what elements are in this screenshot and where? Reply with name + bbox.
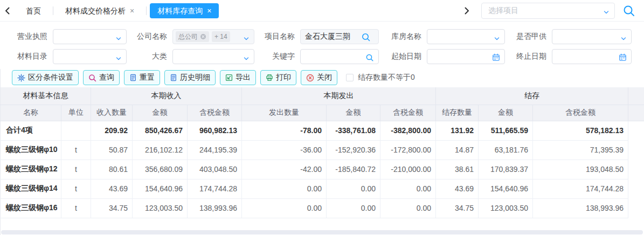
value-cell: 123,003.50 [133,198,188,218]
value-cell: 0.00 [242,198,327,218]
tab-label: 材料成交价格分析 [65,6,126,15]
keyword-search-icon[interactable] [365,53,374,64]
clear-icon[interactable] [341,34,348,41]
start-date-input[interactable] [427,49,505,64]
company-name-multiselect[interactable]: 总公司 + 14 [172,29,254,44]
material-catalog-select[interactable] [53,49,127,64]
table-column-header-row: 名称 单位 收入数量 金额 含税金额 发出数量 金额 含税金额 结存数量 金额 … [1,105,644,121]
tag-remove-icon[interactable] [200,33,206,40]
chevron-down-icon [603,8,610,18]
value-cell: -152,920.36 [327,140,380,160]
chevron-down-icon [115,34,122,44]
tab-material-inventory-query-active[interactable]: 材料库存查询× [150,3,219,18]
close-button[interactable]: 关闭 [301,70,337,85]
filler-cell [628,87,644,105]
keyword-label: 关键字 [264,52,295,61]
tab-label: 首页 [26,6,41,15]
value-cell: 154,640.96 [133,179,188,198]
tab-home[interactable]: 首页 [14,0,53,22]
history-detail-button[interactable]: 历史明细 [164,70,216,85]
value-cell: 43.69 [436,179,479,198]
value-cell: 80.61 [91,160,133,179]
tabs-scroll-right-button[interactable] [460,0,474,22]
tab-separator [146,6,147,15]
inventory-table: 材料基本信息 本期收入 本期发出 结存 名称 单位 收入数量 金额 含税金额 发… [0,87,644,218]
major-category-select[interactable] [172,49,254,64]
company-tag: 总公司 [176,31,209,42]
warehouse-name-label: 库房名称 [390,32,421,42]
material-name-cell: 螺纹三级钢φ14 [1,179,61,198]
document-icon [129,74,137,81]
material-name-cell: 螺纹三级钢φ10 [1,140,61,160]
value-cell: 960,982.13 [188,121,242,140]
value-cell: -185,840.72 [327,160,380,179]
table-row[interactable]: 螺纹三级钢φ14t43.69154,640.96174,744.280.000.… [1,179,644,198]
tabs-scroll-left-button[interactable] [0,0,14,22]
owner-supply-label: 是否甲供 [515,32,546,42]
value-cell: 123,003.50 [479,198,533,218]
export-button[interactable]: 导出 [220,70,256,85]
filler-cell [628,140,644,160]
button-label: 关闭 [317,73,332,82]
search-icon [622,4,635,17]
table-row[interactable]: 螺纹三级钢φ12t80.61356,680.09403,048.50-42.00… [1,160,644,179]
column-header-issue-tax-amount: 含税金额 [380,105,436,121]
column-header-issue-qty: 发出数量 [242,105,327,121]
tab-close-icon[interactable]: × [130,6,134,15]
column-header-issue-amount: 金额 [327,105,380,121]
value-cell [61,121,91,140]
project-select-placeholder: 选择项目 [488,6,518,16]
project-search-icon[interactable] [361,32,371,42]
reset-button[interactable]: 重置 [124,70,160,85]
value-cell: 0.00 [242,179,327,198]
action-toolbar: 区分条件设置 查询 重置 历史明细 导出 打印 关闭 结存数量不等于0 [12,70,415,85]
tab-bar: 首页 材料成交价格分析× 材料库存查询× 选择项目 [0,0,644,22]
chevron-down-icon [620,34,627,44]
company-tag-more: + 14 [212,31,230,42]
print-button[interactable]: 打印 [260,70,296,85]
end-date-label: 终止日期 [515,52,546,61]
horizontal-scrollbar[interactable] [1,230,643,234]
query-button[interactable]: 查询 [83,70,120,85]
value-cell: 63,181.76 [479,140,533,160]
value-cell: -382,800.00 [380,121,436,140]
start-date-label: 起始日期 [390,52,421,61]
table-row[interactable]: 螺纹三级钢φ16t34.75123,003.50138,993.960.000.… [1,198,644,218]
value-cell: -338,761.08 [327,121,380,140]
value-cell: t [61,198,91,218]
export-icon [225,74,233,81]
tab-label: 材料库存查询 [157,6,203,15]
table-row[interactable]: 螺纹三级钢φ10t50.87216,102.12244,195.39-36.00… [1,140,644,160]
value-cell: 154,640.96 [479,179,533,198]
keyword-input[interactable] [300,49,379,64]
value-cell: 0.00 [327,198,380,218]
button-label: 导出 [236,73,251,82]
value-cell: t [61,160,91,179]
group-header-period-issue: 本期发出 [242,87,436,105]
end-date-input[interactable] [552,49,632,64]
button-label: 历史明细 [180,73,210,82]
button-label: 查询 [99,73,114,82]
project-name-field[interactable]: 金石大厦三期 [300,29,379,44]
business-license-select[interactable] [53,29,127,44]
button-label: 区分条件设置 [28,73,73,82]
value-cell: 356,680.09 [133,160,188,179]
value-cell: -36.00 [242,140,327,160]
checkbox-icon[interactable] [346,74,354,81]
warehouse-name-select[interactable] [427,29,505,44]
project-select[interactable]: 选择项目 [481,3,615,19]
table-row[interactable]: 合计4项209.92850,426.67960,982.13-78.00-338… [1,121,644,140]
material-name-cell: 螺纹三级钢φ12 [1,160,61,179]
tab-close-icon[interactable]: × [207,6,211,15]
owner-supply-select[interactable] [552,29,632,44]
tab-material-price-analysis[interactable]: 材料成交价格分析× [53,0,146,22]
global-search-button[interactable] [622,4,635,17]
value-cell: 50.87 [91,140,133,160]
balance-nonzero-checkbox[interactable]: 结存数量不等于0 [346,73,415,82]
value-cell: t [61,179,91,198]
condition-settings-button[interactable]: 区分条件设置 [12,70,79,85]
value-cell: -172,800.00 [380,140,436,160]
value-cell: 170,839.37 [479,160,533,179]
value-cell: 216,102.12 [133,140,188,160]
column-header-income-tax-amount: 含税金额 [188,105,242,121]
